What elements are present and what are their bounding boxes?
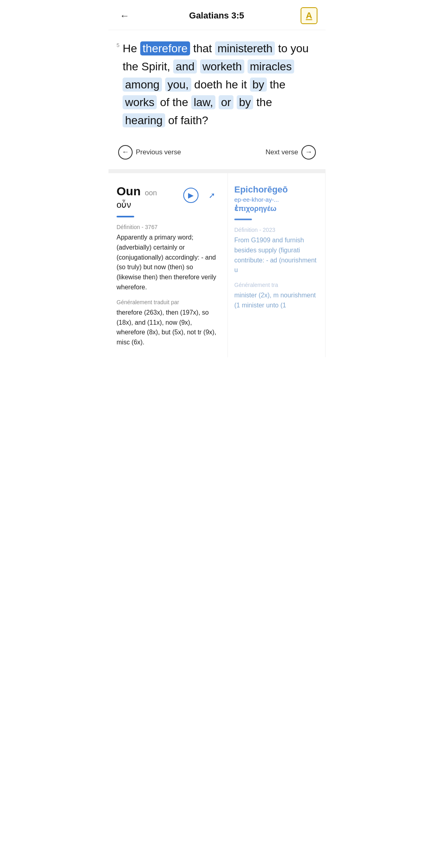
navigation-row: ← Previous verse Next verse → [108, 138, 326, 169]
verse-number: 5 [117, 42, 119, 48]
card2-def-text: From G1909 and furnish besides supply (f… [234, 235, 319, 275]
card1-phonetic: oon [145, 189, 157, 197]
verse-word[interactable]: Spirit, [141, 60, 170, 73]
play-button[interactable]: ▶ [183, 188, 199, 203]
verse-word[interactable]: ministereth [215, 41, 275, 55]
verse-word[interactable]: and [173, 59, 197, 74]
verse-word[interactable]: of [168, 114, 177, 127]
prev-circle-icon: ← [118, 145, 133, 160]
verse-word[interactable]: of [160, 96, 169, 108]
card2-accent-line [234, 219, 252, 220]
verse-word[interactable]: the [172, 96, 188, 108]
back-button[interactable]: ← [117, 8, 133, 23]
verse-word[interactable]: law, [191, 95, 215, 109]
verse-text: He therefore that ministereth to you the… [123, 40, 317, 130]
card1-translated-label: Généralement traduit par [117, 299, 219, 305]
verse-word[interactable]: He [123, 42, 137, 55]
verse-word[interactable]: the [256, 96, 272, 108]
next-circle-icon: → [301, 145, 316, 160]
verse-word[interactable]: among [123, 78, 162, 92]
card2-def-label: Définition - 2023 [234, 227, 319, 233]
verse-word[interactable]: or [219, 95, 233, 109]
verse-word[interactable]: you [291, 42, 309, 55]
definition-card-1: Oun oon οὖν ▶ ➚ Définition - 3767 Appare… [108, 173, 228, 357]
verse-word[interactable]: doeth [194, 78, 222, 91]
verse-word[interactable]: by [250, 78, 267, 92]
next-verse-label: Next verse [266, 148, 298, 156]
verse-section: 5 He therefore that ministereth to you t… [108, 30, 326, 138]
header: ← Galatians 3:5 A [108, 0, 326, 30]
card2-greek: ἐπιχορηγέω [234, 204, 319, 213]
page-title: Galatians 3:5 [189, 10, 244, 21]
card1-accent-line [117, 216, 134, 217]
play-icon: ▶ [188, 191, 194, 200]
verse-word[interactable]: faith? [181, 114, 209, 127]
verse-word[interactable]: the [123, 60, 138, 73]
verse-word[interactable]: worketh [200, 59, 244, 74]
verse-word[interactable]: to [278, 42, 287, 55]
card1-word: Oun [117, 184, 141, 198]
verse-word[interactable]: works [123, 95, 157, 109]
expand-button[interactable]: ➚ [204, 188, 219, 203]
font-button[interactable]: A [301, 7, 317, 24]
definition-card-2: Epichorēgeō ep-ee-khor-ay-... ἐπιχορηγέω… [228, 173, 326, 357]
card2-word: Epichorēgeō [234, 184, 319, 195]
card2-phonetic: ep-ee-khor-ay-... [234, 196, 319, 203]
font-icon: A [306, 10, 312, 21]
card2-translated-text: minister (2x), m nourishment (1 minister… [234, 291, 319, 311]
verse-word[interactable]: you, [165, 78, 191, 92]
prev-verse-label: Previous verse [136, 148, 181, 156]
next-verse-button[interactable]: Next verse → [266, 145, 316, 160]
section-divider [108, 169, 326, 173]
card2-translated-label: Généralement tra [234, 282, 319, 288]
verse-word[interactable]: that [193, 42, 212, 55]
verse-word[interactable]: by [237, 95, 254, 109]
verse-word[interactable]: the [270, 78, 285, 91]
card1-def-label: Définition - 3767 [117, 224, 219, 230]
verse-word[interactable]: hearing [123, 113, 165, 127]
verse-word[interactable]: therefore [140, 41, 190, 55]
definition-cards-row: Oun oon οὖν ▶ ➚ Définition - 3767 Appare… [108, 173, 326, 357]
prev-verse-button[interactable]: ← Previous verse [118, 145, 181, 160]
verse-word[interactable]: he [225, 78, 238, 91]
card1-def-text: Apparently a primary word; (adverbially)… [117, 233, 219, 293]
verse-word[interactable]: it [241, 78, 247, 91]
expand-icon: ➚ [209, 190, 215, 200]
card1-translated-text: therefore (263x), then (197x), so (18x),… [117, 308, 219, 348]
card1-greek: οὖν [117, 200, 157, 210]
verse-word[interactable]: miracles [248, 59, 294, 74]
